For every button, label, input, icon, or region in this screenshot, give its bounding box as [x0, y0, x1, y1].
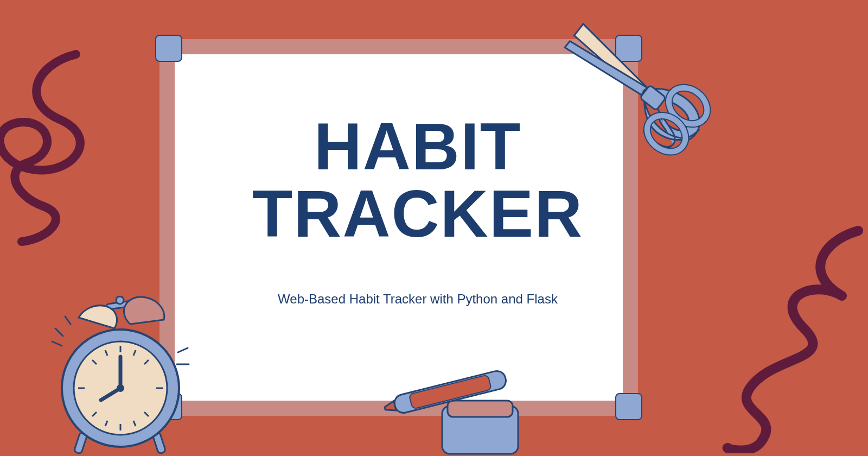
- frame-corner: [155, 35, 182, 62]
- scissors-icon: [542, 0, 727, 176]
- frame-corner: [615, 393, 642, 420]
- squiggle-icon: [679, 220, 864, 455]
- svg-point-35: [117, 384, 124, 392]
- svg-line-10: [55, 328, 63, 336]
- page-subtitle: Web-Based Habit Tracker with Python and …: [233, 292, 602, 307]
- svg-line-14: [65, 316, 71, 324]
- svg-line-12: [178, 348, 188, 352]
- page-title-line2: TRACKER: [233, 180, 602, 248]
- squiggle-icon: [0, 43, 136, 252]
- marker-icon: [380, 364, 553, 456]
- svg-line-11: [52, 341, 62, 346]
- svg-rect-7: [448, 401, 513, 417]
- svg-point-16: [116, 296, 124, 304]
- alarm-clock-icon: [49, 296, 201, 456]
